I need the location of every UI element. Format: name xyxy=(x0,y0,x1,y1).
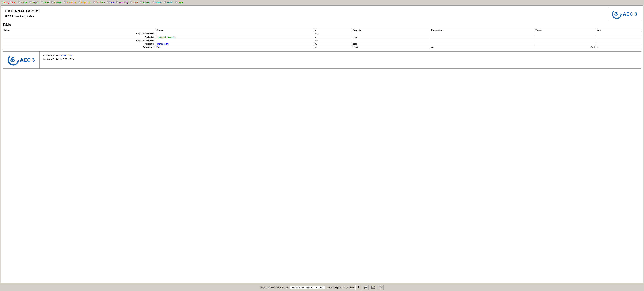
exit-button[interactable] xyxy=(378,285,384,290)
nav-analysis[interactable]: Analysis xyxy=(139,0,151,4)
cell-id: r04 xyxy=(314,32,352,35)
doc-icon xyxy=(130,1,132,4)
status-licence: Licence Expires: 17/05/2021 xyxy=(326,286,354,289)
print-button[interactable] xyxy=(363,285,369,290)
footer-company-line: AEC3 Require1 nn@aec3.com xyxy=(43,54,76,57)
doc-icon xyxy=(52,1,54,4)
svg-point-45 xyxy=(12,59,14,61)
status-user: Bob Wakelam - Logged in as: "bob" xyxy=(292,287,324,289)
cell-unit xyxy=(596,32,642,35)
cell-unit xyxy=(596,42,642,46)
info-icon: i xyxy=(2,1,2,4)
cell-target xyxy=(534,32,596,35)
footer-copyright: Copyright (c) 2021 AEC3 UK Ltd.. xyxy=(43,58,76,60)
cell-property xyxy=(352,32,430,35)
cell-unit: m xyxy=(596,46,642,49)
cell-unit xyxy=(596,35,642,39)
cell-phrase: 2.0m xyxy=(156,46,314,49)
cell-id: a8 xyxy=(314,42,352,46)
cell-target: 2.05 xyxy=(534,46,596,49)
col-id: Id xyxy=(314,28,352,32)
phrase-link[interactable]: Required Locations. xyxy=(158,36,176,38)
cell-id: r06 xyxy=(314,39,352,42)
navbar: i Getting Started Create Original Latest… xyxy=(0,0,644,5)
nav-label: Proposition xyxy=(81,1,91,3)
svg-rect-47 xyxy=(365,286,367,287)
aec3-logo-icon xyxy=(612,9,622,19)
doc-icon xyxy=(116,1,119,4)
nav-procedural[interactable]: Procedural xyxy=(63,0,77,4)
doc-icon xyxy=(78,1,81,4)
cell-phrase: Required Locations. xyxy=(156,35,314,39)
nav-getting-started[interactable]: i Getting Started xyxy=(1,1,17,4)
phrase-link[interactable]: Interior doors xyxy=(157,43,169,45)
nav-original[interactable]: Original xyxy=(28,0,40,4)
nav-label: Table xyxy=(110,1,114,3)
nav-label: Procedural xyxy=(66,1,76,3)
email-icon xyxy=(371,286,375,289)
table-row: RequirementSectionr06 xyxy=(3,39,642,42)
status-user-box: Bob Wakelam - Logged in as: "bob" xyxy=(290,286,325,289)
nav-dictionary[interactable]: Dictionary xyxy=(116,0,129,4)
phrase-bar xyxy=(157,32,157,35)
doc-icon xyxy=(64,1,66,4)
phrase-bar xyxy=(157,39,157,42)
exit-icon xyxy=(379,286,382,290)
cell-comparison xyxy=(430,39,534,42)
page-subtitle: RASE mark-up table xyxy=(5,15,40,18)
nav-browser[interactable]: Browser xyxy=(50,0,62,4)
print-icon xyxy=(364,286,368,290)
table-row: ApplicationInterior doorsa8door xyxy=(3,42,642,46)
footer-email-link[interactable]: nn@aec3.com xyxy=(59,54,73,57)
footer-aec3-logo: AEC 3 xyxy=(8,54,35,66)
footer-logo-box: AEC 3 xyxy=(3,51,40,68)
svg-point-49 xyxy=(366,287,367,288)
table-row: Requirement2.0mr8height>=2.05m xyxy=(3,46,642,49)
nav-proposition[interactable]: Proposition xyxy=(78,0,92,4)
cell-property xyxy=(352,39,430,42)
svg-point-44 xyxy=(8,55,18,65)
aec3-logo: AEC 3 xyxy=(612,9,637,19)
table-row: ApplicationRequired Locations.a6door xyxy=(3,35,642,39)
cell-colour: Application xyxy=(3,42,156,46)
nav-latest[interactable]: Latest xyxy=(40,0,50,4)
cell-comparison xyxy=(430,32,534,35)
nav-table[interactable]: Table xyxy=(106,0,115,4)
nav-label: Create xyxy=(21,1,27,3)
footer-logo-section: AEC 3 AEC3 Require1 nn@aec3.com Copyrigh… xyxy=(2,51,642,68)
doc-icon xyxy=(140,1,142,4)
nav-label: Results xyxy=(166,1,173,3)
nav-case[interactable]: Case xyxy=(129,0,138,4)
cell-comparison: >= xyxy=(430,46,534,49)
nav-summary[interactable]: Summary xyxy=(92,0,106,4)
doc-icon xyxy=(175,1,178,4)
nav-label: Summary xyxy=(96,1,105,3)
cell-id: a6 xyxy=(314,35,352,39)
help-button[interactable]: ? xyxy=(355,285,362,290)
nav-trace[interactable]: Trace xyxy=(174,0,184,4)
col-unit: Unit xyxy=(596,28,642,32)
phrase-link[interactable]: 2.0m xyxy=(157,46,161,48)
nav-label: Latest xyxy=(44,1,50,3)
table-row: RequirementSectionr04 xyxy=(3,32,642,35)
svg-point-43 xyxy=(616,13,618,15)
nav-create[interactable]: Create xyxy=(18,0,28,4)
cell-property: door xyxy=(352,35,430,39)
header-section: EXTERNAL DOORS RASE mark-up table AEC 3 xyxy=(2,7,642,21)
status-bar: English Beta version: B.250.025 Bob Wake… xyxy=(0,284,644,291)
cell-phrase xyxy=(156,39,314,42)
nav-entities[interactable]: Entities xyxy=(152,0,162,4)
col-property: Property xyxy=(352,28,430,32)
header-text: EXTERNAL DOORS RASE mark-up table xyxy=(3,7,42,20)
doc-icon xyxy=(41,1,43,4)
col-colour: Colour xyxy=(3,28,156,32)
header-logo: AEC 3 xyxy=(608,7,641,21)
phrase-bar xyxy=(157,36,157,38)
nav-label: Getting Started xyxy=(3,1,16,3)
nav-label: Original xyxy=(32,1,39,3)
email-button[interactable] xyxy=(370,285,376,290)
nav-label: Browser xyxy=(54,1,62,3)
cell-target xyxy=(534,39,596,42)
nav-results[interactable]: Results xyxy=(163,0,174,4)
nav-label: Dictionary xyxy=(119,1,128,3)
